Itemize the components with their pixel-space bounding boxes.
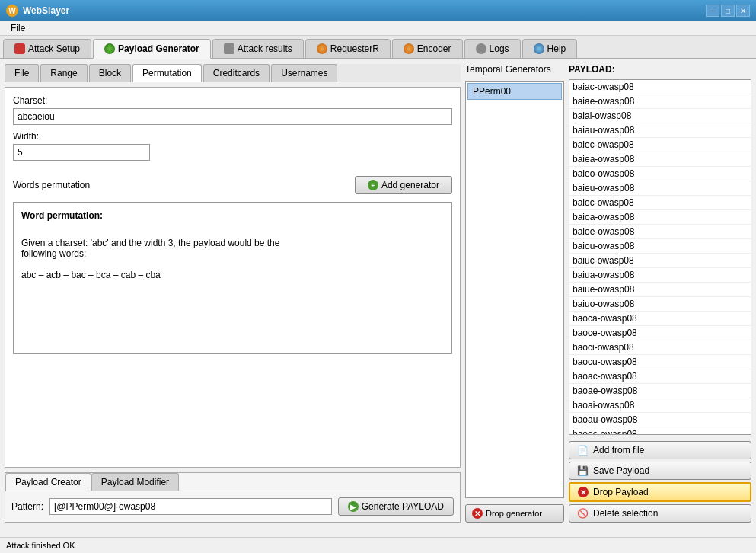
generator-panel: Charset: Width: Words permutation + Add … xyxy=(5,87,461,468)
pattern-label: Pattern: xyxy=(11,501,43,512)
app-icon: W xyxy=(6,5,18,17)
description-title: Word permutation: xyxy=(21,210,444,221)
drop-payload-label: Drop Payload xyxy=(593,487,649,497)
list-item[interactable]: baiau-owasp08 xyxy=(569,123,751,138)
list-item[interactable]: baiua-owasp08 xyxy=(569,268,751,283)
add-generator-row: Words permutation + Add generator xyxy=(13,176,452,194)
list-item[interactable]: baiea-owasp08 xyxy=(569,152,751,167)
width-label: Width: xyxy=(13,131,452,142)
list-item[interactable]: baioe-owasp08 xyxy=(569,225,751,239)
list-item[interactable]: baoci-owasp08 xyxy=(569,340,751,355)
status-bar: Attack finished OK xyxy=(0,537,756,553)
main-content: File Range Block Permutation Creditcards… xyxy=(0,59,756,527)
right-panel: PAYLOAD: baiac-owasp08baiae-owasp08baiai… xyxy=(569,64,751,523)
tab-attack[interactable]: Attack Setup xyxy=(3,39,91,58)
list-item[interactable]: baiue-owasp08 xyxy=(569,283,751,297)
tab-encoder[interactable]: Encoder xyxy=(392,39,463,58)
list-item[interactable]: baiai-owasp08 xyxy=(569,109,751,123)
charset-group: Charset: xyxy=(13,95,452,125)
tab-encoder-label: Encoder xyxy=(417,43,451,54)
tab-attack-label: Attack Setup xyxy=(28,43,80,54)
inner-tab-range[interactable]: Range xyxy=(40,64,87,82)
tab-payload-generator-label: Payload Generator xyxy=(118,43,199,54)
list-item[interactable]: baioc-owasp08 xyxy=(569,196,751,210)
add-generator-button[interactable]: + Add generator xyxy=(355,176,452,194)
drop-payload-icon: ✕ xyxy=(578,487,589,497)
list-item[interactable]: baioa-owasp08 xyxy=(569,210,751,225)
list-item[interactable]: baiac-owasp08 xyxy=(569,80,751,94)
charset-input[interactable] xyxy=(13,108,452,125)
payload-creator-tab[interactable]: Payload Creator xyxy=(5,473,91,491)
description-line-2: Given a charset: 'abc' and the width 3, … xyxy=(21,238,444,248)
list-item[interactable]: baiuc-owasp08 xyxy=(569,254,751,268)
add-generator-label: Add generator xyxy=(381,180,439,190)
maximize-button[interactable]: □ xyxy=(721,5,735,17)
list-item[interactable]: baieu-owasp08 xyxy=(569,181,751,196)
list-item[interactable]: baoec-owasp08 xyxy=(569,427,751,435)
generate-payload-button[interactable]: ▶ Generate PAYLOAD xyxy=(338,497,454,516)
list-item[interactable]: baiou-owasp08 xyxy=(569,239,751,254)
tab-attack-results-label: Attack results xyxy=(238,43,292,54)
list-item[interactable]: baoac-owasp08 xyxy=(569,369,751,384)
description-line-1 xyxy=(21,227,444,238)
tab-attack-results[interactable]: Attack results xyxy=(212,39,304,58)
drop-generator-button[interactable]: ✕ Drop generator xyxy=(465,504,564,523)
payload-list-label: PAYLOAD: xyxy=(569,64,751,75)
width-input[interactable] xyxy=(13,144,150,161)
description-box: Word permutation: Given a charset: 'abc'… xyxy=(13,202,452,354)
inner-tab-usernames[interactable]: Usernames xyxy=(271,64,337,82)
inner-tab-block[interactable]: Block xyxy=(89,64,131,82)
inner-tab-permutation[interactable]: Permutation xyxy=(132,64,202,82)
inner-tab-creditcards[interactable]: Creditcards xyxy=(203,64,270,82)
list-item[interactable]: baiuo-owasp08 xyxy=(569,297,751,312)
drop-generator-icon: ✕ xyxy=(472,508,483,519)
tab-payload-generator[interactable]: Payload Generator xyxy=(93,39,211,59)
list-item[interactable]: baoce-owasp08 xyxy=(569,326,751,340)
close-button[interactable]: ✕ xyxy=(736,5,750,17)
tab-requester[interactable]: RequesterR xyxy=(305,39,391,58)
pattern-input[interactable] xyxy=(49,498,332,515)
tab-logs-label: Logs xyxy=(490,43,509,54)
tab-logs[interactable]: Logs xyxy=(464,39,521,58)
menu-file[interactable]: File xyxy=(6,21,30,35)
inner-tab-file[interactable]: File xyxy=(5,64,39,82)
drop-payload-button[interactable]: ✕ Drop Payload xyxy=(569,482,751,502)
list-item[interactable]: baiae-owasp08 xyxy=(569,94,751,109)
list-item[interactable]: baoca-owasp08 xyxy=(569,312,751,326)
menu-bar: File xyxy=(0,21,756,36)
drop-generator-label: Drop generator xyxy=(486,509,542,518)
add-file-icon: 📄 xyxy=(577,445,589,456)
delete-selection-label: Delete selection xyxy=(593,508,658,519)
payload-list[interactable]: baiac-owasp08baiae-owasp08baiai-owasp08b… xyxy=(569,79,751,435)
save-icon: 💾 xyxy=(577,465,589,476)
payload-modifier-tab[interactable]: Payload Modifier xyxy=(91,473,179,491)
right-buttons: 📄 Add from file 💾 Save Payload ✕ Drop Pa… xyxy=(569,441,751,523)
list-item[interactable]: baoai-owasp08 xyxy=(569,398,751,413)
attack-tab-icon xyxy=(14,43,25,54)
payload-creator-panel: Payload Creator Payload Modifier Pattern… xyxy=(5,472,461,523)
payload-creator-content: Pattern: ▶ Generate PAYLOAD xyxy=(5,491,460,522)
temporal-generators-label: Temporal Generators xyxy=(465,64,564,75)
list-item[interactable]: baiec-owasp08 xyxy=(569,138,751,152)
tab-help[interactable]: Help xyxy=(522,39,578,58)
list-item[interactable]: baoae-owasp08 xyxy=(569,384,751,398)
temporal-generators-list[interactable]: PPerm00 xyxy=(465,81,564,498)
add-generator-icon: + xyxy=(368,180,378,190)
list-item[interactable]: baoau-owasp08 xyxy=(569,413,751,427)
payload-generator-tab-icon xyxy=(104,43,115,54)
requester-tab-icon xyxy=(317,43,327,54)
generate-label: Generate PAYLOAD xyxy=(362,501,444,512)
delete-selection-button[interactable]: 🚫 Delete selection xyxy=(569,504,751,523)
minimize-button[interactable]: − xyxy=(706,5,719,17)
app-title: WebSlayer xyxy=(23,5,706,16)
temporal-item-pperm00[interactable]: PPerm00 xyxy=(467,83,562,100)
list-item[interactable]: baocu-owasp08 xyxy=(569,355,751,369)
words-permutation-label: Words permutation xyxy=(13,180,90,190)
list-item[interactable]: baieo-owasp08 xyxy=(569,167,751,181)
save-payload-button[interactable]: 💾 Save Payload xyxy=(569,462,751,480)
title-bar: W WebSlayer − □ ✕ xyxy=(0,0,756,21)
description-line-4 xyxy=(21,259,444,270)
width-group: Width: xyxy=(13,131,452,161)
delete-icon: 🚫 xyxy=(577,508,589,519)
add-from-file-button[interactable]: 📄 Add from file xyxy=(569,441,751,459)
